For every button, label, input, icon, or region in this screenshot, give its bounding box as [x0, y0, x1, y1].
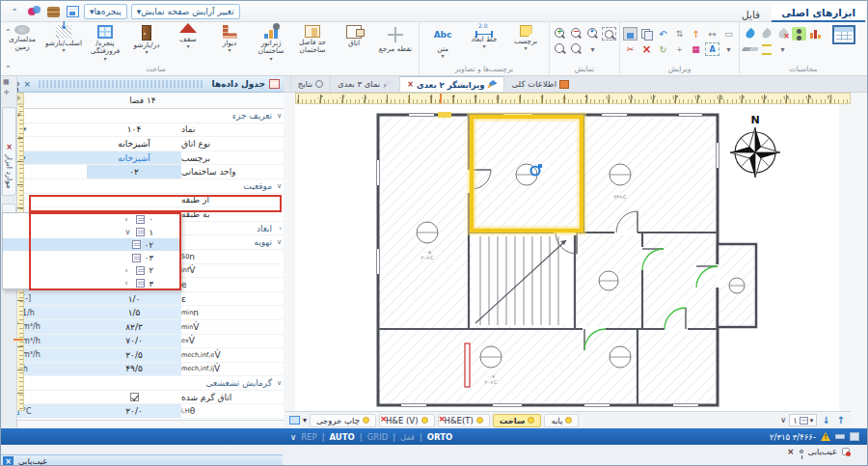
chev-icon[interactable] [721, 42, 736, 56]
arrow-up-icon[interactable]: ↑ [835, 415, 847, 425]
doc-tab-3d-view[interactable]: نمای ۳ بعدی [330, 76, 399, 92]
space-selector[interactable]: ۱۴ فضا ▾ [2, 93, 284, 109]
prop-v-mech-inf-ij-value[interactable]: ۴۹/۵ [87, 363, 181, 376]
prop-from-floor-value[interactable] [87, 194, 181, 207]
layer-tab-he-v[interactable]: H&E (V)× [379, 414, 435, 427]
prop-v-min[interactable]: m³/h۸۲/۳V̇min [2, 320, 284, 335]
prop-v-mech-inf-e-value[interactable]: ۲۰/۵ [87, 348, 181, 362]
tab-main-tools[interactable]: ابزارهای اصلی [772, 4, 865, 22]
palette-icon[interactable] [26, 4, 41, 19]
mode-toggle-grid[interactable]: GRID [367, 432, 389, 442]
section-chevron-icon[interactable]: ∨ [277, 112, 282, 120]
zoom-all-icon[interactable] [553, 42, 567, 56]
text-button[interactable]: متن▾ [422, 23, 463, 58]
layers-stack-icon[interactable] [45, 4, 61, 19]
grid-mini-icon[interactable]: ▦ [3, 78, 10, 86]
prop-epsilon-value[interactable]: ۱/۰ [87, 292, 181, 306]
close-icon[interactable]: × [5, 143, 14, 151]
side-tab-tool-items[interactable]: موارد ابزار × [2, 107, 16, 196]
prop-v-min-value[interactable]: ۸۲/۳ [87, 320, 181, 334]
dropdown-item-۳[interactable]: ‹۳ [3, 277, 180, 289]
dropdown-item-۱[interactable]: ∨۱ [3, 226, 180, 238]
pin-icon[interactable] [800, 450, 803, 453]
drop-gray-icon[interactable] [759, 27, 773, 41]
prop-v-mech-inf-e[interactable]: m³/h۲۰/۵V̇mech,inf,e [2, 348, 284, 363]
slab-opening-button[interactable]: اسلب/بازشو▾ [43, 23, 84, 52]
prop-v-ex[interactable]: m³/h۷۰/۰V̇ex [2, 335, 284, 349]
prop-heated-room[interactable]: اتاق گرم شده [2, 391, 284, 405]
doc-tab-results[interactable]: نتایج [290, 76, 330, 92]
mode-toggle-orto[interactable]: ORTO [427, 432, 452, 442]
calculations-big-button[interactable] [824, 23, 864, 44]
equals-icon[interactable] [759, 42, 773, 56]
zoom-out-icon[interactable]: − [569, 27, 583, 41]
prop-heated-room-value[interactable] [87, 391, 181, 404]
windows-menu-button[interactable]: پنجره‌ها ▾ [84, 4, 127, 19]
room-button[interactable]: اتاق [334, 23, 374, 47]
prop-v-mech-inf-ij[interactable]: m³/h۴۹/۵V̇mech,inf,ij [2, 363, 284, 377]
layer-tab-construction[interactable]: ساخت [493, 414, 542, 427]
chevron-down-icon[interactable]: ∨ [780, 416, 786, 425]
prop-label[interactable]: ▾آشپزخانهبرچسب [2, 151, 284, 166]
ribbon-collapse-icon[interactable]: ⌃ [5, 65, 12, 73]
prop-from-floor[interactable]: از طبقه [2, 194, 284, 208]
minimize-icon[interactable] [835, 434, 845, 439]
checkbox-checked[interactable] [130, 393, 139, 401]
change-layout-button[interactable]: تغییر آرایش صفحه نمایش ▾ [131, 4, 240, 19]
collapse-chevron-icon[interactable]: ⌃ [7, 4, 22, 19]
panel-header[interactable]: جدول داده‌ها ▾ × [2, 76, 284, 93]
drawing-canvas[interactable]: N ۰۰۵۲۰×C۰۰۷۲۰×C۲۴×C [295, 104, 839, 411]
prop-symbol-value[interactable]: ۱۰۴ [87, 123, 181, 137]
building-generator-button[interactable]: ژنراتور ساختمان▾ [251, 23, 291, 61]
split-icon[interactable] [672, 27, 687, 41]
section-position[interactable]: ∨موقعیت [2, 179, 284, 194]
dropdown-item-۰[interactable]: ‹۰ [3, 213, 180, 226]
layer-tab-print-output[interactable]: چاپ خروجی [310, 414, 376, 427]
prop-epsilon[interactable]: [-]۱/۰ε [2, 292, 284, 307]
rotate-icon[interactable] [656, 42, 670, 56]
prop-theta-ih-value[interactable]: ۲۰/۰ [87, 404, 181, 418]
doc-tab-general-info[interactable]: اطلاعات کلی [503, 76, 576, 92]
door-opening-button[interactable]: در/بازشو▾ [126, 23, 167, 54]
attr-icon[interactable] [689, 42, 703, 56]
dropdown-item-۲[interactable]: ‹۲ [3, 264, 180, 277]
mode-toggle-rep[interactable]: REP [301, 432, 316, 442]
arrow-down-icon[interactable]: ↓ [820, 415, 831, 425]
layer-tab-he-t[interactable]: H&E(T)× [438, 414, 490, 427]
document-icon[interactable] [850, 432, 859, 441]
zoom-win-icon[interactable] [602, 27, 616, 41]
section-chevron-icon[interactable]: ∨ [277, 238, 282, 246]
person-icon[interactable] [792, 27, 806, 41]
section-radiant-heating[interactable]: ∨گرمایش تشعشعی [2, 376, 284, 391]
tab-file[interactable]: فایل [732, 6, 770, 22]
drag-handle[interactable] [39, 80, 203, 88]
prop-n-min-value[interactable]: ۱/۵ [87, 306, 181, 319]
doc-tab-2d-editor[interactable]: ویرایشگر ۲ بعدی× [399, 76, 503, 92]
ceiling-button[interactable]: سقف▾ [168, 23, 208, 48]
drop-blue-icon[interactable] [743, 27, 757, 41]
zoom-prev-icon[interactable]: • [585, 27, 600, 41]
save-icon[interactable] [65, 4, 80, 19]
page-selector[interactable]: ۱▾ [789, 414, 817, 426]
zoom-obj-icon[interactable] [569, 42, 583, 56]
window-recess-button[interactable]: پنجره/فرورفتگی▾ [85, 23, 125, 61]
panel-close-icon[interactable]: × [24, 79, 32, 89]
cross-mini-icon[interactable]: ✛ [3, 89, 10, 96]
prop-building-unit-value[interactable]: ۰۲ [87, 165, 181, 178]
chev-icon[interactable] [775, 42, 790, 56]
updown-icon[interactable] [689, 27, 703, 41]
reference-point-button[interactable]: نقطه مرجع [375, 23, 416, 53]
zoom-in-icon[interactable]: + [553, 27, 567, 41]
prop-symbol[interactable]: ▾۱۰۴نماد [2, 123, 284, 138]
section-component-definition[interactable]: ∨تعریف جزء [2, 109, 284, 123]
prop-theta-ih[interactable]: °C۲۰/۰θi,H [2, 404, 284, 419]
undo-icon[interactable] [656, 27, 670, 41]
mode-toggle-auto[interactable]: AUTO [330, 432, 355, 442]
building-unit-dropdown[interactable]: ‹۰∨۱۰۲۰۳‹۲‹۳ [2, 212, 181, 289]
warning-icon[interactable] [821, 432, 830, 441]
section-chevron-icon[interactable]: ∨ [277, 379, 282, 387]
dimension-line-button[interactable]: خط ابعاد▾ [464, 23, 504, 48]
dropdown-item-۰۲[interactable]: ۰۲ [3, 238, 180, 251]
paste-icon[interactable] [623, 27, 637, 41]
close-icon[interactable]: × [3, 456, 14, 466]
